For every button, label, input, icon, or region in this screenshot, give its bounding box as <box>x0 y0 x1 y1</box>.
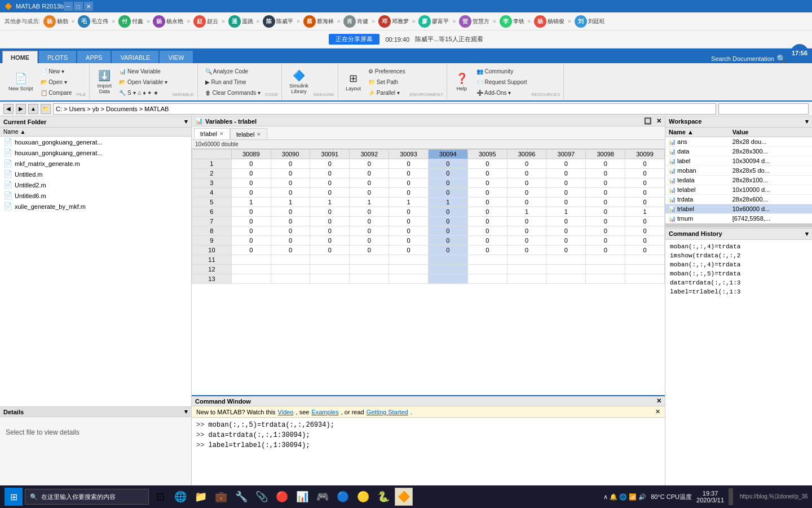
list-item[interactable]: 📄 xulie_generate_by_mkf.m <box>0 201 191 212</box>
ws-row-moban[interactable]: 📊 moban 28x28x5 do... <box>665 166 812 176</box>
command-window-close-icon[interactable]: ✕ <box>656 397 661 405</box>
getting-started-link[interactable]: Getting Started <box>367 409 408 415</box>
tab-telabel[interactable]: telabel ✕ <box>230 128 267 139</box>
col-header-30098[interactable]: 30098 <box>586 150 625 159</box>
analyze-code-button[interactable]: 🔍 Analyze Code <box>202 66 263 76</box>
video-link[interactable]: Video <box>278 409 294 415</box>
hist-line-6[interactable]: label=trlabel(:,1:3 <box>670 287 807 296</box>
import-data-button[interactable]: ⬇️ Import Data <box>94 65 114 98</box>
simulink-button[interactable]: 🔷 Simulink Library <box>286 65 311 98</box>
tab-view[interactable]: VIEW <box>160 51 192 63</box>
ws-row-data[interactable]: 📊 data 28x28x300... <box>665 147 812 156</box>
list-item[interactable]: 📄 Untitled2.m <box>0 179 191 190</box>
tab-telabel-close[interactable]: ✕ <box>257 132 261 137</box>
back-button[interactable]: ◀ <box>3 104 14 114</box>
col-header-30089[interactable]: 30089 <box>231 150 271 159</box>
help-button[interactable]: ❓ Help <box>452 65 472 98</box>
list-item[interactable]: 📄 Untitled6.m <box>0 190 191 201</box>
run-time-button[interactable]: ▶ Run and Time <box>202 77 263 87</box>
ws-value-header[interactable]: Value <box>729 128 812 137</box>
taskbar-icon-6[interactable]: 🔴 <box>273 488 291 506</box>
ws-row-telabel[interactable]: 📊 telabel 10x10000 d... <box>665 185 812 195</box>
taskview-button[interactable]: ⊡ <box>151 488 169 506</box>
add-ons-button[interactable]: ➕ Add-Ons ▾ <box>474 87 530 98</box>
new-script-button[interactable]: 📄 New Script <box>6 65 36 98</box>
address-path[interactable]: C: > Users > yb > Documents > MATLAB <box>53 103 716 115</box>
col-header-30097[interactable]: 30097 <box>546 150 586 159</box>
taskbar-search[interactable]: 🔍 在这里输入你要搜索的内容 <box>25 489 149 505</box>
open-variable-button[interactable]: 📂 Open Variable ▾ <box>116 77 170 87</box>
taskbar-icon-5[interactable]: 📎 <box>253 488 271 506</box>
preferences-button[interactable]: ⚙ Preferences <box>365 66 408 76</box>
ws-name-header[interactable]: Name ▲ <box>665 128 729 137</box>
col-header-30092[interactable]: 30092 <box>350 150 389 159</box>
tab-home[interactable]: HOME <box>2 51 38 63</box>
col-header-30091[interactable]: 30091 <box>310 150 350 159</box>
ws-row-tedata[interactable]: 📊 tedata 28x28x100... <box>665 176 812 185</box>
start-button[interactable]: ⊞ <box>5 488 23 506</box>
explorer-button[interactable]: 📁 <box>192 488 210 506</box>
ws-scrollbar-bar[interactable] <box>665 224 812 227</box>
taskbar-icon-3[interactable]: 💼 <box>212 488 230 506</box>
tab-trlabel-close[interactable]: ✕ <box>219 131 224 137</box>
taskbar-icon-11[interactable]: 🐍 <box>374 488 392 506</box>
tab-apps[interactable]: APPS <box>77 51 111 63</box>
ws-row-trnum[interactable]: 📊 trnum [6742,5958,... <box>665 214 812 224</box>
forward-button[interactable]: ▶ <box>16 104 26 114</box>
taskbar-icon-9[interactable]: 🔵 <box>334 488 352 506</box>
maximize-button[interactable]: □ <box>74 2 83 11</box>
list-item[interactable]: 📄 mkf_matrix_generate.m <box>0 158 191 169</box>
open-button[interactable]: 📂 Open ▾ <box>38 77 75 87</box>
close-button[interactable]: ✕ <box>84 2 93 11</box>
workspace-tools[interactable]: 🔧 S ▾ ♫ ♦ ✦ ★ <box>116 87 170 98</box>
browse-button[interactable]: 📁 <box>41 104 51 114</box>
details-expand-icon[interactable]: ▾ <box>184 408 188 415</box>
col-header-30094[interactable]: 30094 <box>428 150 467 159</box>
workspace-expand-icon[interactable]: ▾ <box>805 118 809 125</box>
up-button[interactable]: ▲ <box>28 104 38 114</box>
new-variable-button[interactable]: 📊 New Variable <box>116 66 170 76</box>
layout-button[interactable]: ⊞ Layout <box>343 65 364 98</box>
col-header-30093[interactable]: 30093 <box>389 150 429 159</box>
tab-plots[interactable]: PLOTS <box>39 51 76 63</box>
folder-expand-icon[interactable]: ▾ <box>184 118 188 125</box>
community-button[interactable]: 👥 Community <box>474 66 530 76</box>
request-support-button[interactable]: 📨 Request Support <box>474 77 530 87</box>
hist-line-3[interactable]: moban(:,:,4)=trdata <box>670 260 807 269</box>
set-path-button[interactable]: 📁 Set Path <box>365 77 408 87</box>
cmd-info-close[interactable]: ✕ <box>655 408 660 415</box>
clear-commands-button[interactable]: 🗑 Clear Commands ▾ <box>202 87 263 98</box>
hist-line-4[interactable]: moban(:,:,5)=trdata <box>670 269 807 278</box>
col-header-30090[interactable]: 30090 <box>271 150 310 159</box>
col-header-30099[interactable]: 30099 <box>625 150 665 159</box>
vars-close-icon[interactable]: ✕ <box>656 117 661 125</box>
compare-button[interactable]: 📋 Compare <box>38 87 75 98</box>
search-docs[interactable]: Search Documentation <box>711 55 774 62</box>
ie-button[interactable]: 🌐 <box>171 488 189 506</box>
tab-variable[interactable]: VARIABLE <box>112 51 158 63</box>
hist-line-2[interactable]: imshow(trdata(:,:,2 <box>670 251 807 260</box>
vars-collapse-icon[interactable]: 🔲 <box>644 117 652 125</box>
col-header-30095[interactable]: 30095 <box>467 150 507 159</box>
ws-row-trlabel[interactable]: 📊 trlabel 10x60000 d... <box>665 204 812 214</box>
taskbar-icon-8[interactable]: 🎮 <box>314 488 332 506</box>
taskbar-icon-10[interactable]: 🟡 <box>354 488 372 506</box>
ws-row-trdata[interactable]: 📊 trdata 28x28x600... <box>665 195 812 204</box>
col-header-30096[interactable]: 30096 <box>507 150 546 159</box>
ws-row-ans[interactable]: 📊 ans 28x28 dou... <box>665 137 812 147</box>
history-expand-icon[interactable]: ▾ <box>805 230 809 238</box>
matlab-taskbar-icon[interactable]: 🔶 <box>395 488 413 506</box>
data-table-container[interactable]: 30089 30090 30091 30092 30093 30094 3009… <box>192 149 665 395</box>
list-item[interactable]: 📄 houxuan_gongkuang_generat... <box>0 147 191 158</box>
minimize-button[interactable]: ─ <box>64 2 73 11</box>
tab-trlabel[interactable]: trlabel ✕ <box>194 128 230 139</box>
hist-line-1[interactable]: moban(:,:,4)=trdata <box>670 242 807 251</box>
name-column-header[interactable]: Name ▲ <box>3 129 25 135</box>
ws-row-label[interactable]: 📊 label 10x30094 d... <box>665 156 812 166</box>
list-item[interactable]: 📄 Untitled.m <box>0 169 191 179</box>
taskbar-icon-7[interactable]: 📊 <box>293 488 311 506</box>
address-search[interactable] <box>718 103 809 115</box>
taskbar-icon-4[interactable]: 🔧 <box>232 488 250 506</box>
parallel-button[interactable]: ⚡ Parallel ▾ <box>365 87 408 98</box>
search-docs-icon[interactable]: 🔍 <box>776 54 786 63</box>
